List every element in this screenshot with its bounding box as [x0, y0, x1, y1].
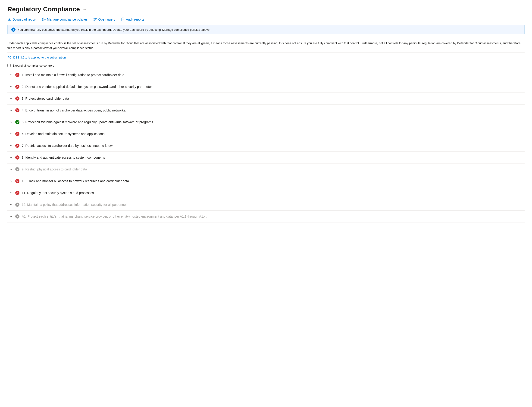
chevron-down-icon [9, 121, 13, 124]
svg-point-3 [96, 18, 97, 19]
chevron-down-icon [9, 109, 13, 112]
compliance-row[interactable]: 2. Do not use vendor-supplied defaults f… [8, 81, 524, 93]
compliance-row[interactable]: 12. Maintain a policy that addresses inf… [8, 199, 524, 211]
chevron-down-icon [9, 156, 13, 159]
svg-point-8 [17, 216, 18, 217]
compliance-label: 6. Develop and maintain secure systems a… [22, 132, 105, 136]
status-icon [15, 85, 19, 89]
compliance-row[interactable]: 1. Install and maintain a firewall confi… [8, 69, 524, 81]
status-icon [15, 214, 19, 219]
expand-all-checkbox[interactable] [8, 64, 11, 67]
compliance-label: 4. Encrypt transmission of cardholder da… [22, 109, 126, 112]
chevron-down-icon [9, 215, 13, 218]
compliance-item: 5. Protect all systems against malware a… [8, 116, 524, 128]
info-banner-arrow[interactable]: → [214, 28, 217, 31]
compliance-label: 9. Restrict physical access to cardholde… [22, 167, 87, 171]
compliance-item: 7. Restrict access to cardholder data by… [8, 140, 524, 152]
svg-rect-5 [121, 18, 124, 21]
status-icon [15, 96, 19, 101]
svg-point-6 [17, 169, 18, 170]
chevron-down-icon [9, 191, 13, 194]
chevron-down-icon [9, 133, 13, 135]
expand-all-label: Expand all compliance controls [13, 64, 54, 67]
status-icon [15, 155, 19, 160]
branch-icon [93, 18, 97, 21]
compliance-label: 8. Identify and authenticate access to s… [22, 156, 105, 159]
clipboard-icon [121, 18, 125, 21]
compliance-row[interactable]: 3. Protect stored cardholder data [8, 93, 524, 104]
compliance-list: 1. Install and maintain a firewall confi… [8, 69, 524, 222]
compliance-item: 6. Develop and maintain secure systems a… [8, 128, 524, 140]
svg-point-7 [17, 204, 18, 205]
status-icon [15, 120, 19, 124]
compliance-item: 1. Install and maintain a firewall confi… [8, 69, 524, 81]
open-query-button[interactable]: Open query [93, 18, 115, 21]
status-icon [15, 191, 19, 195]
compliance-item: 9. Restrict physical access to cardholde… [8, 164, 524, 175]
info-banner-text: You can now fully customize the standard… [18, 28, 210, 31]
compliance-label: 12. Maintain a policy that addresses inf… [22, 203, 126, 206]
compliance-item: 8. Identify and authenticate access to s… [8, 152, 524, 164]
compliance-item: 2. Do not use vendor-supplied defaults f… [8, 81, 524, 93]
download-icon [8, 18, 11, 21]
more-options-icon[interactable]: ··· [83, 7, 86, 12]
status-icon [15, 108, 19, 112]
compliance-row[interactable]: 6. Develop and maintain secure systems a… [8, 128, 524, 140]
compliance-row[interactable]: 11. Regularly test security systems and … [8, 187, 524, 199]
compliance-row[interactable]: 8. Identify and authenticate access to s… [8, 152, 524, 163]
chevron-down-icon [9, 85, 13, 88]
compliance-item: 12. Maintain a policy that addresses inf… [8, 199, 524, 211]
chevron-down-icon [9, 74, 13, 76]
compliance-item: A1. Protect each entity's (that is, merc… [8, 211, 524, 222]
status-icon [15, 167, 19, 171]
expand-all-row: Expand all compliance controls [8, 64, 524, 67]
svg-point-1 [43, 19, 44, 20]
compliance-label: 1. Install and maintain a firewall confi… [22, 73, 124, 77]
compliance-label: A1. Protect each entity's (that is, merc… [22, 215, 207, 218]
compliance-item: 3. Protect stored cardholder data [8, 93, 524, 104]
compliance-label: 7. Restrict access to cardholder data by… [22, 144, 113, 148]
compliance-label: 3. Protect stored cardholder data [22, 97, 69, 100]
status-icon [15, 144, 19, 148]
page-title: Regulatory Compliance [8, 6, 80, 13]
status-icon [15, 132, 19, 136]
compliance-row[interactable]: 4. Encrypt transmission of cardholder da… [8, 104, 524, 116]
compliance-row[interactable]: 7. Restrict access to cardholder data by… [8, 140, 524, 151]
chevron-down-icon [9, 180, 13, 182]
compliance-label: 11. Regularly test security systems and … [22, 191, 94, 195]
status-icon [15, 203, 19, 207]
status-icon [15, 179, 19, 183]
info-banner: i You can now fully customize the standa… [8, 25, 524, 34]
description-text: Under each applicable compliance control… [8, 41, 520, 50]
chevron-down-icon [9, 97, 13, 100]
compliance-row[interactable]: 9. Restrict physical access to cardholde… [8, 164, 524, 175]
pci-link[interactable]: PCI DSS 3.2.1 is applied to the subscrip… [8, 56, 66, 59]
toolbar: Download report Manage compliance polici… [8, 18, 524, 21]
compliance-label: 2. Do not use vendor-supplied defaults f… [22, 85, 153, 89]
download-report-label: Download report [13, 18, 36, 21]
open-query-label: Open query [98, 18, 115, 21]
compliance-label: 5. Protect all systems against malware a… [22, 120, 154, 124]
compliance-row[interactable]: A1. Protect each entity's (that is, merc… [8, 211, 524, 222]
chevron-down-icon [9, 144, 13, 147]
chevron-down-icon [9, 168, 13, 171]
chevron-down-icon [9, 203, 13, 206]
download-report-button[interactable]: Download report [8, 18, 36, 21]
compliance-row[interactable]: 10. Track and monitor all access to netw… [8, 175, 524, 187]
audit-reports-button[interactable]: Audit reports [121, 18, 144, 21]
page-title-row: Regulatory Compliance ··· [8, 6, 524, 13]
status-icon [15, 73, 19, 77]
description-block: Under each applicable compliance control… [8, 39, 524, 53]
compliance-item: 11. Regularly test security systems and … [8, 187, 524, 199]
compliance-item: 4. Encrypt transmission of cardholder da… [8, 104, 524, 116]
compliance-label: 10. Track and monitor all access to netw… [22, 179, 129, 183]
settings-circle-icon [42, 18, 46, 21]
audit-reports-label: Audit reports [126, 18, 144, 21]
compliance-row[interactable]: 5. Protect all systems against malware a… [8, 116, 524, 128]
compliance-item: 10. Track and monitor all access to netw… [8, 175, 524, 187]
info-icon: i [11, 28, 16, 32]
manage-policies-label: Manage compliance policies [47, 18, 88, 21]
manage-policies-button[interactable]: Manage compliance policies [42, 18, 88, 21]
